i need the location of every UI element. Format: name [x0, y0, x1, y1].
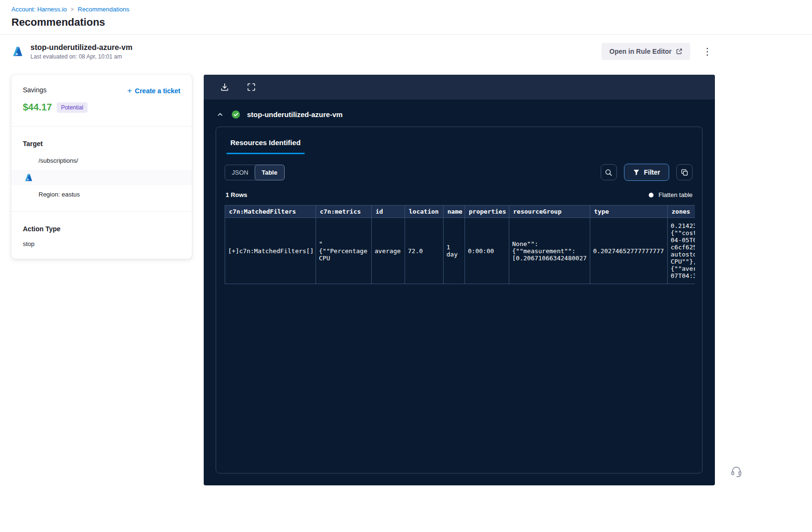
cell-resource-group: None"": {""measurement"": [0.20671066342…: [509, 218, 590, 284]
resources-table: c7n:MatchedFilters c7n:metrics id locati…: [225, 205, 695, 284]
fullscreen-icon: [247, 82, 256, 92]
open-rule-editor-label: Open in Rule Editor: [609, 48, 672, 55]
results-panel: stop-underutilized-azure-vm Resources Id…: [204, 75, 715, 485]
action-type-value: stop: [23, 240, 180, 247]
breadcrumb: Account: Harness.io > Recommendations: [11, 6, 801, 13]
recommendation-header: stop-underutilized-azure-vm Last evaluat…: [0, 35, 728, 68]
card-divider: [11, 126, 192, 127]
azure-icon: [24, 173, 33, 182]
panel-title: stop-underutilized-azure-vm: [247, 110, 343, 118]
resources-table-wrap: c7n:MatchedFilters c7n:metrics id locati…: [225, 205, 695, 284]
cell-zones: 0.21423 {""cost 04-05T0 c6cf625 autosto …: [668, 218, 695, 284]
panel-header: stop-underutilized-azure-vm: [204, 99, 715, 119]
flatten-control: Flatten table: [649, 191, 693, 198]
column-header: properties: [465, 206, 509, 218]
top-bar: Account: Harness.io > Recommendations Re…: [0, 0, 812, 34]
breadcrumb-separator: >: [70, 6, 74, 13]
chevron-up-icon: [217, 111, 224, 118]
target-provider-row: [11, 170, 192, 185]
download-icon: [220, 82, 229, 92]
panel-toolbar: [204, 75, 715, 99]
cell-metrics: " {""Percentage CPU: [316, 218, 372, 284]
table-controls: JSON Table Filter: [225, 164, 693, 181]
search-icon: [604, 168, 613, 177]
flatten-label: Flatten table: [658, 191, 693, 198]
savings-amount: $44.17: [23, 102, 52, 113]
column-header: zones: [668, 206, 695, 218]
matched-filters-expand-link[interactable]: [+]c7n:MatchedFilters[]: [225, 218, 316, 284]
flatten-toggle[interactable]: [649, 193, 654, 197]
savings-card: Savings + Create a ticket $44.17 Potenti…: [11, 75, 192, 259]
rows-count: 1 Rows: [226, 191, 248, 198]
target-path: /subscriptions/: [39, 157, 180, 164]
fullscreen-button[interactable]: [246, 81, 257, 93]
cell-properties: 0:00:00: [465, 218, 509, 284]
resources-panel: Resources Identified JSON Table: [216, 127, 703, 473]
copy-button[interactable]: [676, 164, 693, 180]
page-title: Recommendations: [11, 16, 801, 29]
table-meta-row: 1 Rows Flatten table: [225, 191, 693, 198]
plus-icon: +: [127, 86, 132, 96]
create-ticket-button[interactable]: + Create a ticket: [127, 86, 180, 96]
download-button[interactable]: [219, 81, 230, 93]
column-header: location: [405, 206, 444, 218]
recommendation-header-text: stop-underutilized-azure-vm Last evaluat…: [30, 43, 132, 60]
cell-id: average: [372, 218, 405, 284]
cell-location: 72.0: [405, 218, 444, 284]
target-label: Target: [23, 140, 180, 148]
tab-resources-identified[interactable]: Resources Identified: [227, 137, 305, 154]
card-divider: [11, 211, 192, 212]
column-header: c7n:metrics: [316, 206, 372, 218]
view-toggle-table[interactable]: Table: [255, 165, 285, 180]
potential-badge: Potential: [57, 102, 88, 113]
filter-funnel-icon: [633, 169, 640, 176]
breadcrumb-account-link[interactable]: Account: Harness.io: [11, 6, 67, 13]
view-toggle: JSON Table: [225, 165, 285, 180]
savings-label: Savings: [23, 86, 47, 94]
success-check-icon: [231, 110, 240, 119]
recommendation-title: stop-underutilized-azure-vm: [30, 43, 132, 52]
target-region: Region: eastus: [39, 191, 180, 198]
content-area: Savings + Create a ticket $44.17 Potenti…: [0, 68, 812, 485]
cell-name: 1 day: [444, 218, 465, 284]
column-header: resourceGroup: [509, 206, 590, 218]
filter-label: Filter: [644, 168, 660, 176]
more-options-icon[interactable]: ⋮: [700, 46, 715, 57]
column-header: type: [590, 206, 668, 218]
copy-icon: [681, 168, 689, 177]
collapse-button[interactable]: [216, 110, 225, 119]
table-row: [+]c7n:MatchedFilters[] " {""Percentage …: [225, 218, 695, 284]
column-header: c7n:MatchedFilters: [225, 206, 316, 218]
last-evaluated-text: Last evaluated on: 08 Apr, 10:01 am: [30, 53, 132, 60]
headset-support-icon: [730, 465, 743, 478]
column-header: id: [372, 206, 405, 218]
table-header-row: c7n:MatchedFilters c7n:metrics id locati…: [225, 206, 695, 218]
action-type-label: Action Type: [23, 225, 180, 233]
breadcrumb-recommendations-link[interactable]: Recommendations: [78, 6, 129, 13]
open-rule-editor-button[interactable]: Open in Rule Editor: [602, 43, 690, 60]
column-header: name: [444, 206, 465, 218]
azure-icon: [11, 45, 24, 58]
support-button[interactable]: [730, 465, 743, 479]
filter-button[interactable]: Filter: [624, 164, 669, 181]
view-toggle-json[interactable]: JSON: [225, 165, 255, 180]
external-link-icon: [676, 48, 683, 55]
create-ticket-label: Create a ticket: [135, 87, 180, 95]
search-button[interactable]: [601, 164, 617, 180]
cell-type: 0.20274652777777777: [590, 218, 668, 284]
